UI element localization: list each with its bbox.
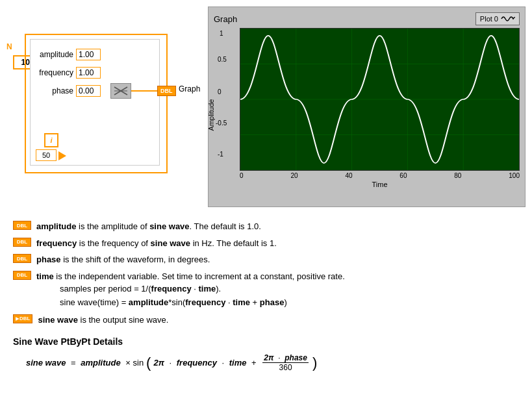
x-tick-40: 40 xyxy=(345,172,352,179)
formula-fraction: 2π · phase 360 xyxy=(262,353,309,372)
x-tick-0: 0 xyxy=(240,172,244,179)
y-tick-0: 0 xyxy=(218,88,222,95)
params-area: amplitude 1.00 frequency 1.00 phase 0.00 xyxy=(31,49,101,101)
time-desc: time is the independent variable. Set ti… xyxy=(36,271,345,281)
y-tick-05: 0.5 xyxy=(218,56,227,63)
desc-row-time: DBL time is the independent variable. Se… xyxy=(13,270,519,310)
formula-line: sine wave = amplitude × sin ( 2π · frequ… xyxy=(26,353,519,372)
x-axis-label: Time xyxy=(240,181,520,188)
n-label: N xyxy=(6,42,12,51)
desc-row-sinewave: DBL sine wave is the output sine wave. xyxy=(13,314,519,327)
phase-desc: phase is the shift of the waveform, in d… xyxy=(36,253,210,266)
fraction-numerator: 2π · phase xyxy=(262,353,309,363)
block-diagram: 100 N amplitude 1.00 frequency 1.00 phas… xyxy=(6,6,195,207)
process-block xyxy=(110,83,131,99)
graph-svg xyxy=(240,29,519,170)
x-tick-80: 80 xyxy=(454,172,461,179)
x-tick-100: 100 xyxy=(509,172,520,179)
formula-section: Sine Wave PtByPt Details sine wave = amp… xyxy=(6,336,526,372)
formula-paren-close: ) xyxy=(312,356,317,370)
output-wire xyxy=(131,90,157,92)
phase-label: phase xyxy=(31,86,73,95)
i-counter-box: i xyxy=(44,133,58,147)
formula-frequency: frequency xyxy=(177,358,217,368)
graph-label-bd: Graph xyxy=(179,84,200,94)
formula-paren-open: ( xyxy=(146,356,151,370)
graph-panel: Graph Plot 0 Amplitude xyxy=(208,6,526,207)
plot-label: Plot 0 xyxy=(480,15,498,23)
formula-times: × sin xyxy=(123,358,144,368)
sinewave-badge: DBL xyxy=(13,314,32,323)
n-input-group: 100 N xyxy=(6,42,12,51)
sinewave-desc: sine wave is the output sine wave. xyxy=(38,314,168,327)
amplitude-row: amplitude 1.00 xyxy=(31,49,101,60)
desc-row-frequency: DBL frequency is the frequency of sine w… xyxy=(13,237,519,250)
y-tick-n1: -1 xyxy=(218,151,223,158)
graph-container: Amplitude 1 xyxy=(214,28,520,201)
frequency-label: frequency xyxy=(31,68,73,77)
desc-section: DBL amplitude is the amplitude of sine w… xyxy=(6,220,526,326)
desc-row-amplitude: DBL amplitude is the amplitude of sine w… xyxy=(13,220,519,233)
amplitude-desc: amplitude is the amplitude of sine wave.… xyxy=(36,220,261,233)
formula-plus: + xyxy=(249,358,259,368)
x-tick-20: 20 xyxy=(290,172,298,179)
formula-equals: = xyxy=(68,358,78,368)
formula-amplitude: amplitude xyxy=(81,358,120,368)
phase-input[interactable]: 0.00 xyxy=(76,85,101,97)
fraction-denominator: 360 xyxy=(278,363,294,372)
fifty-box: 50 xyxy=(36,149,57,161)
desc-row-phase: DBL phase is the shift of the waveform, … xyxy=(13,253,519,266)
waveform-icon xyxy=(501,14,515,23)
plot-button[interactable]: Plot 0 xyxy=(475,12,520,25)
y-axis-label: Amplitude xyxy=(207,99,215,131)
phase-row: phase 0.00 xyxy=(31,85,101,97)
x-tick-60: 60 xyxy=(399,172,407,179)
frequency-row: frequency 1.00 xyxy=(31,67,101,79)
amplitude-badge: DBL xyxy=(13,221,31,230)
formula-2pi: 2π xyxy=(153,358,164,368)
time-desc-block: time is the independent variable. Set ti… xyxy=(36,270,345,310)
arrow-right-icon xyxy=(58,151,66,160)
formula-dot2: · xyxy=(220,358,227,368)
formula-lhs: sine wave xyxy=(26,358,66,368)
amplitude-input[interactable]: 1.00 xyxy=(76,49,101,60)
graph-header: Graph Plot 0 xyxy=(214,12,520,25)
process-icon xyxy=(112,84,130,97)
frequency-badge: DBL xyxy=(13,238,31,247)
top-section: 100 N amplitude 1.00 frequency 1.00 phas… xyxy=(6,6,526,207)
time-badge: DBL xyxy=(13,271,31,280)
time-indent-2: sine wave(time) = amplitude*sin(frequenc… xyxy=(60,296,345,310)
time-indent-1: samples per period = 1/(frequency · time… xyxy=(60,282,345,296)
dbl-output-badge: DBL xyxy=(157,86,176,96)
formula-dot1: · xyxy=(167,358,174,368)
formula-title: Sine Wave PtByPt Details xyxy=(13,336,519,347)
y-tick-1: 1 xyxy=(220,30,223,37)
phase-badge: DBL xyxy=(13,254,31,263)
y-tick-n05: -0.5 xyxy=(216,119,227,127)
formula-time: time xyxy=(229,358,247,368)
graph-area: 1 0.5 0 -0.5 -1 xyxy=(240,28,520,171)
amplitude-label: amplitude xyxy=(31,50,73,59)
graph-title: Graph xyxy=(214,14,237,24)
frequency-desc: frequency is the frequency of sine wave … xyxy=(36,237,277,250)
x-ticks: 0 20 40 60 80 100 xyxy=(240,172,520,179)
frequency-input[interactable]: 1.00 xyxy=(76,67,101,79)
